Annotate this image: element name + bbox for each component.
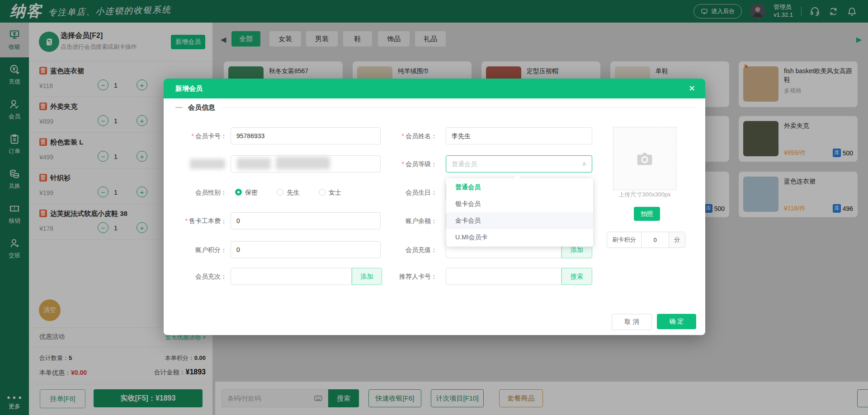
level-option-gold[interactable]: 金卡会员 xyxy=(446,212,593,229)
birthday-label: 会员生日： xyxy=(369,184,437,201)
points-label: 账户积分： xyxy=(164,241,227,258)
card-no-input[interactable]: 95786933 xyxy=(231,127,381,145)
times-label: 会员充次： xyxy=(164,268,227,285)
level-option-regular[interactable]: 普通会员 xyxy=(446,179,593,196)
member-name-label: *会员姓名： xyxy=(369,127,437,145)
points-input[interactable]: 0 xyxy=(231,241,381,258)
redacted-label xyxy=(190,159,225,169)
radio-off-icon xyxy=(319,189,326,196)
pos-screen: 纳客 专注单店、小连锁的收银系统 进入后台 管理员 v1.32.1 xyxy=(0,0,868,415)
section-header: 会员信息 xyxy=(175,103,696,112)
redacted-value xyxy=(237,158,271,169)
section-line xyxy=(222,107,696,108)
swipe-points-group: 刷卡积分 0 分 xyxy=(607,232,685,248)
balance-label: 账户余额： xyxy=(369,212,437,229)
cancel-button[interactable]: 取 消 xyxy=(612,314,652,330)
referrer-label: 推荐人卡号： xyxy=(369,268,437,285)
radio-mr[interactable]: 先生 xyxy=(277,188,316,196)
referrer-search-button[interactable]: 搜索 xyxy=(561,268,592,285)
radio-ms[interactable]: 女士 xyxy=(319,188,359,196)
swipe-points-input[interactable]: 0 xyxy=(642,232,669,247)
times-input[interactable] xyxy=(231,268,352,285)
swipe-points-label: 刷卡积分 xyxy=(607,232,642,247)
level-option-silver[interactable]: 银卡会员 xyxy=(446,196,593,212)
radio-on-icon xyxy=(235,189,242,196)
member-name-input[interactable]: 李先生 xyxy=(446,127,592,145)
swipe-points-unit: 分 xyxy=(669,232,685,247)
section-dash xyxy=(175,107,183,108)
card-fee-label: *售卡工本费： xyxy=(164,212,227,229)
close-icon[interactable]: ✕ xyxy=(689,84,695,93)
confirm-button[interactable]: 确 定 xyxy=(657,314,696,329)
recharge-label: 会员充值： xyxy=(369,241,437,258)
camera-icon xyxy=(634,148,655,169)
level-dropdown: 普通会员 银卡会员 金卡会员 U.MI会员卡 xyxy=(446,178,593,247)
member-level-label: *会员等级： xyxy=(369,155,437,173)
gender-label: 会员性别： xyxy=(164,184,227,201)
photo-size-hint: 上传尺寸300x300px xyxy=(609,191,681,199)
photo-upload-box[interactable] xyxy=(613,127,676,190)
radio-secret[interactable]: 保密 xyxy=(235,188,275,196)
member-level-select[interactable]: 普通会员 ∧ xyxy=(446,155,592,173)
add-member-modal: 新增会员 ✕ 会员信息 *会员卡号： 95786933 *会员姓名： 李先生 *… xyxy=(164,79,705,335)
modal-title: 新增会员 xyxy=(175,84,203,93)
card-no-label: *会员卡号： xyxy=(164,127,227,145)
level-option-umi[interactable]: U.MI会员卡 xyxy=(446,229,593,246)
redacted-value xyxy=(276,157,330,169)
section-title: 会员信息 xyxy=(188,103,215,112)
chevron-up-icon: ∧ xyxy=(582,156,586,172)
take-photo-button[interactable]: 拍照 xyxy=(634,207,660,221)
modal-header: 新增会员 ✕ xyxy=(164,79,705,98)
referrer-input[interactable] xyxy=(446,268,561,285)
card-fee-input[interactable]: 0 xyxy=(231,212,381,229)
radio-off-icon xyxy=(277,189,283,196)
gender-radio-group: 保密 先生 女士 xyxy=(235,184,359,201)
